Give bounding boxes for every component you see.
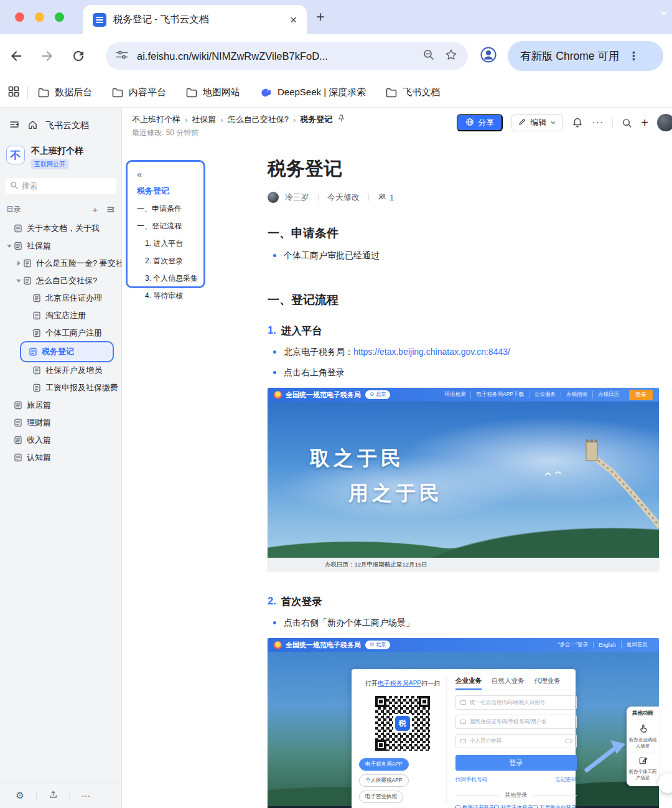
address-bar[interactable]: ai.feishu.cn/wiki/NIMZwRwZVileB7kFoD... — [106, 42, 468, 70]
annotation-arrow-icon — [582, 739, 627, 776]
breadcrumb-item[interactable]: 税务登记 — [300, 114, 332, 125]
share-out-icon[interactable] — [37, 790, 69, 801]
new-tab-button[interactable]: + — [316, 10, 325, 24]
sidebar-item[interactable]: 社保开户及增员 — [0, 362, 121, 379]
bookmark-label: DeepSeek | 深度求索 — [278, 87, 366, 98]
forward-icon[interactable] — [40, 49, 55, 63]
expand-arrow-icon[interactable] — [14, 280, 23, 283]
bookmark-item[interactable]: 飞书文档 — [386, 87, 440, 98]
other-login-label: 数字证书登录 — [462, 804, 494, 808]
user-avatar[interactable] — [657, 114, 672, 131]
outline-item[interactable]: 一、申请条件 — [137, 204, 200, 214]
outline-item[interactable]: 2. 首次登录 — [145, 256, 200, 266]
maximize-window-button[interactable] — [55, 12, 64, 22]
directory-settings-icon[interactable] — [106, 205, 115, 215]
reload-icon[interactable] — [71, 49, 86, 63]
heading-flow: 一、登记流程 — [268, 292, 660, 308]
sidebar-item[interactable]: 个体工商户注册 — [0, 324, 121, 342]
tax-nav-link: 环境检测 — [439, 391, 470, 398]
browser-tab[interactable]: 税务登记 - 飞书云文档 × — [83, 5, 307, 34]
sidebar-item[interactable]: 理财篇 — [0, 414, 121, 431]
sidebar-search-input[interactable]: 搜索 — [5, 178, 116, 194]
outline-item[interactable]: 1. 进入平台 — [145, 238, 200, 249]
sidebar-item[interactable]: 怎么自己交社保? — [0, 272, 121, 289]
author-name[interactable]: 冷三岁 — [285, 192, 309, 203]
tax-home-nav: 环境检测电子税务局APP下载公众服务办税指南办税日历 — [439, 391, 624, 398]
embedded-image-tax-homepage[interactable]: 全国统一规范电子税务局 ⊙ 北京 环境检测电子税务局APP下载公众服务办税指南办… — [268, 388, 659, 571]
sidebar-item[interactable]: 工资申报及社保缴费 — [0, 379, 121, 397]
share-button[interactable]: 分享 — [457, 114, 503, 131]
etax-link[interactable]: https://etax.beijing.chinatax.gov.cn:844… — [353, 347, 510, 357]
sidebar-item-label: 税务登记 — [42, 346, 74, 357]
sidebar-item[interactable]: 关于本文档，关于我 — [0, 220, 121, 237]
doc-icon — [14, 418, 22, 427]
outline-item[interactable]: 3. 个人信息采集 — [145, 273, 200, 284]
outline-item[interactable]: 4. 等待审核 — [145, 291, 200, 301]
sidebar-item[interactable]: 收入篇 — [0, 431, 121, 449]
expand-arrow-icon[interactable] — [5, 245, 14, 248]
bookmark-item[interactable]: DeepSeek | 深度求索 — [260, 87, 366, 98]
outline-panel: « 税务登记 一、申请条件一、登记流程1. 进入平台2. 首次登录3. 个人信息… — [126, 160, 205, 288]
input-placeholder: 居民身份证号码/手机号码/用户名 — [470, 718, 547, 726]
doc-icon — [32, 311, 41, 320]
pin-icon[interactable] — [337, 114, 346, 125]
browser-menu-icon[interactable]: ⋮ — [628, 49, 640, 63]
sidebar-item-selected[interactable]: 税务登记 — [22, 344, 111, 360]
home-icon[interactable] — [27, 120, 38, 132]
outline-collapse-icon[interactable]: « — [137, 169, 142, 179]
sidebar-tree: 关于本文档，关于我社保篇什么是五险一金? 要交社...怎么自己交社保?北京居住证… — [0, 220, 121, 466]
sidebar-item-label: 收入篇 — [27, 435, 51, 446]
breadcrumb-item[interactable]: 不上班打个样 — [132, 114, 180, 125]
site-info-icon[interactable] — [116, 49, 128, 63]
profile-icon[interactable] — [479, 45, 498, 67]
notifications-bell-icon[interactable] — [572, 117, 583, 128]
settings-gear-icon[interactable]: ⚙ — [4, 790, 36, 801]
bookmark-item[interactable]: 内容平台 — [112, 87, 166, 98]
tab-overflow-chevron-icon[interactable] — [658, 7, 670, 21]
outline-item[interactable]: 一、登记流程 — [137, 221, 200, 232]
sidebar-item[interactable]: 旅居篇 — [0, 397, 121, 414]
tab-title: 税务登记 - 飞书云文档 — [113, 13, 285, 26]
sidebar-item[interactable]: 淘宝店注册 — [0, 307, 121, 324]
back-icon[interactable] — [9, 49, 24, 63]
embedded-image-tax-login[interactable]: 全国统一规范电子税务局 ⊙ 北京 “多合一”登录English返回首页 打开电子… — [268, 638, 659, 808]
sidebar-item[interactable]: 社保篇 — [0, 237, 121, 255]
bookmark-star-icon[interactable] — [444, 48, 458, 64]
collapse-sidebar-icon[interactable] — [9, 119, 20, 132]
breadcrumb-item[interactable]: 社保篇 — [192, 114, 216, 125]
bookmark-item[interactable]: 数据后台 — [38, 87, 92, 98]
edit-label: 编辑 — [530, 117, 546, 128]
doc-icon — [14, 242, 22, 250]
bookmark-item[interactable]: 地图网站 — [186, 87, 240, 98]
apps-grid-icon[interactable] — [7, 85, 20, 100]
chrome-update-button[interactable]: 有新版 Chrome 可用 ⋮ — [508, 41, 663, 71]
input-placeholder: 个人用户密码 — [470, 738, 502, 745]
doc-search-icon[interactable] — [622, 118, 632, 128]
sidebar-item-label: 怎么自己交社保? — [36, 275, 97, 286]
url-text[interactable]: ai.feishu.cn/wiki/NIMZwRwZVileB7kFoD... — [137, 50, 413, 62]
expand-arrow-icon[interactable] — [14, 261, 23, 266]
bullet-dot — [273, 254, 276, 257]
tax-login-top-links: “多合一”登录English返回首页 — [553, 641, 653, 649]
more-options-icon[interactable]: ··· — [70, 790, 102, 801]
collaborators-count: 1 — [390, 193, 394, 202]
lock-icon — [460, 739, 466, 743]
tab-close-icon[interactable]: × — [290, 14, 297, 26]
create-new-icon[interactable]: + — [641, 116, 648, 129]
breadcrumb-item[interactable]: 怎么自己交社保? — [228, 114, 289, 125]
wiki-title: 不上班打个样 — [31, 146, 83, 157]
wiki-header[interactable]: 不 不上班打个样 互联网公开 — [0, 136, 121, 169]
login-input-field: 统一社会信用代码/纳税人识别号 — [455, 695, 577, 710]
add-page-icon[interactable]: + — [92, 205, 98, 214]
zoom-out-icon[interactable] — [422, 48, 436, 64]
sidebar-item[interactable]: 什么是五险一金? 要交社... — [0, 255, 121, 272]
close-window-button[interactable] — [15, 12, 24, 22]
edit-button[interactable]: 编辑 — [511, 114, 563, 131]
sidebar-app-title[interactable]: 飞书云文档 — [45, 120, 89, 131]
sidebar-item[interactable]: 认知篇 — [0, 449, 121, 466]
more-actions-icon[interactable]: ··· — [592, 117, 604, 128]
outline-title[interactable]: 税务登记 — [137, 186, 200, 197]
sidebar-item[interactable]: 北京居住证办理 — [0, 289, 121, 307]
minimize-window-button[interactable] — [35, 12, 44, 22]
share-label: 分享 — [478, 117, 494, 128]
